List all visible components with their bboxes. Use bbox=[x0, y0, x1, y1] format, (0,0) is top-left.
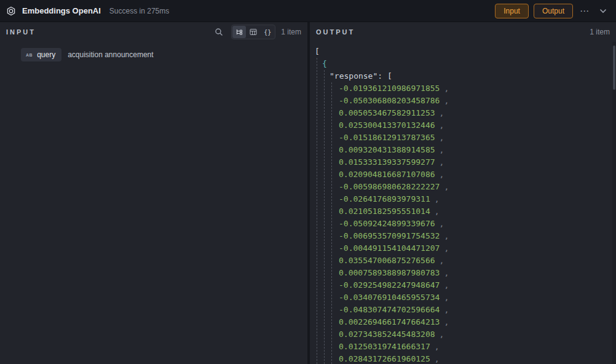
json-number-row: 0.035547006875276566, bbox=[339, 255, 616, 267]
json-number-row: 0.027343852445483208, bbox=[339, 328, 616, 341]
schema-icon bbox=[235, 28, 243, 36]
scrollbar-thumb[interactable] bbox=[613, 46, 615, 90]
json-number-row: -0.050306808203458786, bbox=[339, 95, 616, 107]
json-number-row: -0.005986980628222227, bbox=[339, 181, 616, 193]
json-number-list: -0.019361210986971855,-0.050306808203458… bbox=[339, 82, 616, 364]
string-type-icon: AB bbox=[26, 53, 33, 57]
topbar: Embeddings OpenAI Success in 275ms Input… bbox=[0, 0, 616, 22]
json-number-row: 0.020904816687107086, bbox=[339, 168, 616, 181]
json-number-row: -0.019361210986971855, bbox=[339, 82, 616, 95]
json-number-row: -0.01518612913787365, bbox=[339, 132, 616, 144]
indent-guide bbox=[324, 70, 325, 364]
json-number-row: -0.034076910465955734, bbox=[339, 291, 616, 304]
json-number-row: -0.006953570991754532, bbox=[339, 230, 616, 242]
braces-icon: {} bbox=[264, 29, 271, 36]
json-number-row: -0.0264176893979311, bbox=[339, 193, 616, 205]
output-panel: OUTPUT 1 item [ { "response": [ -0.01936… bbox=[307, 22, 616, 364]
json-number-row: 0.02843172661960125, bbox=[339, 353, 616, 364]
chevron-down-icon bbox=[599, 9, 607, 14]
json-array-open: [ bbox=[315, 46, 616, 58]
openai-logo-icon bbox=[6, 6, 16, 16]
json-number-row: 0.005053467582911253, bbox=[339, 107, 616, 119]
input-items-count: 1 item bbox=[281, 28, 301, 36]
io-panels: INPUT bbox=[0, 22, 616, 364]
json-number-row: -0.004491154104471207, bbox=[339, 242, 616, 255]
view-mode-schema-button[interactable] bbox=[232, 26, 246, 38]
json-number-row: -0.048307474702596664, bbox=[339, 304, 616, 316]
json-number-row: 0.025300413370132446, bbox=[339, 119, 616, 132]
indent-guide bbox=[317, 58, 317, 364]
input-panel-header: INPUT bbox=[0, 22, 307, 42]
execution-status: Success in 275ms bbox=[109, 7, 169, 15]
json-number-row: 0.02105182595551014, bbox=[339, 205, 616, 218]
node-details-view: Embeddings OpenAI Success in 275ms Input… bbox=[0, 0, 616, 364]
view-mode-json-button[interactable]: {} bbox=[261, 26, 274, 38]
field-name: query bbox=[37, 50, 55, 59]
view-mode-table-button[interactable] bbox=[247, 26, 260, 38]
topbar-actions: Input Output ⋯ bbox=[495, 4, 610, 18]
more-options-button[interactable]: ⋯ bbox=[578, 4, 591, 18]
node-title: Embeddings OpenAI bbox=[22, 6, 101, 15]
input-panel-title: INPUT bbox=[6, 28, 36, 36]
search-icon bbox=[215, 28, 223, 36]
input-schema-view: AB query acquisition announcement bbox=[0, 42, 307, 364]
output-panel-header: OUTPUT 1 item bbox=[310, 22, 616, 42]
table-icon bbox=[250, 28, 257, 36]
input-toggle-button[interactable]: Input bbox=[495, 4, 529, 18]
ellipsis-icon: ⋯ bbox=[580, 6, 590, 17]
json-number-row: 0.015333139337599277, bbox=[339, 156, 616, 168]
schema-row: AB query acquisition announcement bbox=[21, 48, 307, 61]
input-panel: INPUT bbox=[0, 22, 307, 364]
json-number-row: -0.029254982247948647, bbox=[339, 279, 616, 291]
json-number-row: 0.0022694661747664213, bbox=[339, 316, 616, 328]
indent-guide bbox=[331, 82, 332, 364]
field-value: acquisition announcement bbox=[68, 50, 153, 59]
schema-field-pill[interactable]: AB query bbox=[21, 48, 61, 61]
collapse-button[interactable] bbox=[596, 4, 610, 18]
json-number-row: 0.0007589388987980783, bbox=[339, 267, 616, 279]
search-button[interactable] bbox=[212, 25, 226, 39]
json-number-row: -0.05092424899339676, bbox=[339, 218, 616, 230]
json-number-row: 0.01250319741666317, bbox=[339, 341, 616, 353]
output-items-count: 1 item bbox=[590, 28, 610, 36]
scrollbar-track bbox=[612, 42, 616, 364]
json-number-row: 0.009320431388914585, bbox=[339, 144, 616, 156]
json-object-open: { bbox=[322, 58, 616, 70]
output-toggle-button[interactable]: Output bbox=[534, 4, 573, 18]
view-mode-switcher: {} bbox=[231, 25, 275, 39]
output-panel-title: OUTPUT bbox=[316, 28, 355, 36]
json-key-line: "response": [ bbox=[330, 70, 616, 82]
json-viewer: [ { "response": [ -0.019361210986971855,… bbox=[310, 42, 616, 364]
